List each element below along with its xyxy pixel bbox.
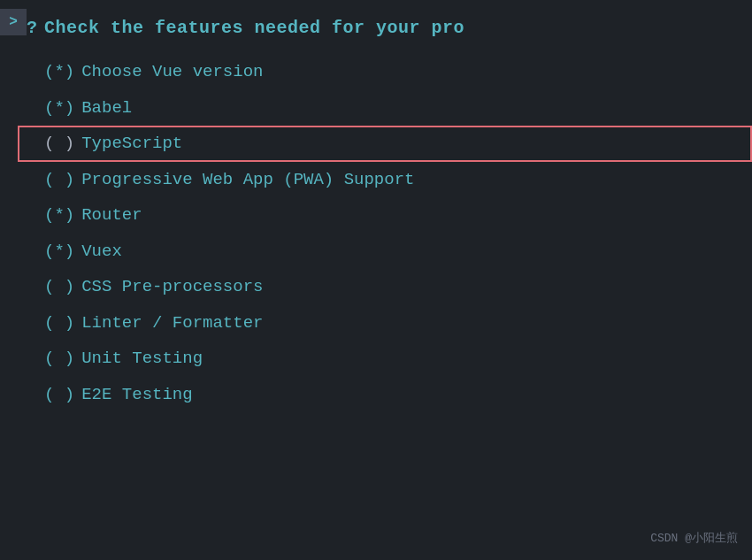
menu-item-babel[interactable]: (*)Babel [18,90,752,127]
menu-item-css-preprocessors[interactable]: ( )CSS Pre-processors [18,269,752,305]
menu-item-unit-testing[interactable]: ( )Unit Testing [18,341,752,377]
menu-item-vuex[interactable]: (*)Vuex [18,234,752,270]
watermark: CSDN @小阳生煎 [650,530,738,546]
question-mark-icon: ? [27,18,37,38]
label-unit-testing: Unit Testing [81,346,203,372]
top-icon: > [0,9,27,35]
indicator-e2e-testing: ( ) [44,382,74,408]
indicator-linter: ( ) [44,311,74,336]
menu-item-choose-vue-version[interactable]: (*)Choose Vue version [18,54,752,90]
label-choose-vue-version: Choose Vue version [81,59,263,85]
indicator-vuex: (*) [44,239,74,265]
menu-item-typescript[interactable]: ( )TypeScript [18,126,752,162]
menu-item-pwa[interactable]: ( )Progressive Web App (PWA) Support [18,162,752,198]
indicator-choose-vue-version: (*) [44,59,74,85]
label-css-preprocessors: CSS Pre-processors [81,274,263,300]
menu-item-e2e-testing[interactable]: ( )E2E Testing [18,377,752,413]
indicator-unit-testing: ( ) [44,346,74,372]
label-e2e-testing: E2E Testing [81,382,192,408]
question-text: Check the features needed for your pro [44,18,464,38]
label-pwa: Progressive Web App (PWA) Support [81,167,414,193]
indicator-babel: (*) [44,96,74,121]
indicator-typescript: ( ) [44,131,74,157]
menu-list: (*)Choose Vue version(*)Babel( )TypeScri… [18,54,752,412]
label-typescript: TypeScript [81,131,182,157]
menu-item-linter[interactable]: ( )Linter / Formatter [18,305,752,341]
label-router: Router [81,203,142,228]
label-vuex: Vuex [81,239,122,265]
indicator-css-preprocessors: ( ) [44,274,74,300]
menu-item-router[interactable]: (*)Router [18,197,752,234]
label-linter: Linter / Formatter [81,311,263,336]
question-bar: ? Check the features needed for your pro [18,18,752,38]
indicator-router: (*) [44,203,74,228]
indicator-pwa: ( ) [44,167,74,193]
terminal: > ? Check the features needed for your p… [0,0,752,560]
label-babel: Babel [81,96,132,121]
